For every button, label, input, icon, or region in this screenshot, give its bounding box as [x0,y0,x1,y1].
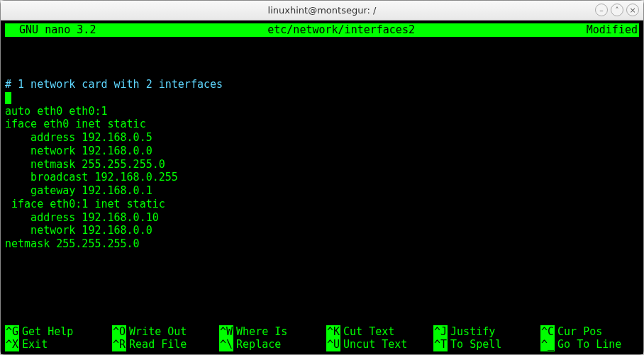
editor-line: gateway 192.168.0.1 [5,184,152,197]
editor-line: netmask 255.255.255.0 [5,237,140,250]
shortcut-label: Write Out [126,325,187,339]
terminal-content[interactable]: GNU nano 3.2 etc/network/interfaces2 Mod… [1,21,643,354]
shortcut-key: ^G [5,325,19,339]
shortcut-key: ^T [433,338,448,351]
shortcut-replace[interactable]: ^\Replace [219,338,318,351]
text-cursor [5,92,11,104]
shortcut-key: ^X [5,338,19,351]
shortcut-exit[interactable]: ^XExit [5,338,104,351]
shortcut-go-to-line[interactable]: ^_Go To Line [540,338,639,351]
shortcut-key: ^R [112,338,126,351]
shortcut-label: Where Is [233,325,287,339]
editor-line: address 192.168.0.10 [5,211,159,224]
minimize-button[interactable]: – [595,4,608,16]
window-titlebar: linuxhint@montsegur: / – ˄ × [1,1,643,21]
shortcut-key: ^C [540,325,555,339]
shortcut-key: ^U [326,338,340,351]
shortcut-label: Replace [233,338,281,351]
shortcut-key: ^W [219,325,233,339]
shortcut-where-is[interactable]: ^WWhere Is [219,325,318,339]
editor-line: address 192.168.0.5 [5,131,152,144]
editor-line: broadcast 192.168.0.255 [5,171,178,184]
shortcut-label: Cut Text [340,325,394,339]
shortcut-uncut-text[interactable]: ^UUncut Text [326,338,425,351]
shortcut-label: Exit [19,338,48,351]
shortcut-to-spell[interactable]: ^TTo Spell [433,338,532,351]
shortcut-label: Read File [126,338,187,351]
editor-line: auto eth0 eth0:1 [5,105,108,118]
shortcut-key: ^_ [540,338,555,351]
editor-comment-line: # 1 network card with 2 interfaces [5,78,223,91]
nano-app-version: GNU nano 3.2 [6,23,96,37]
shortcut-cut-text[interactable]: ^KCut Text [326,325,425,339]
editor-line: network 192.168.0.0 [5,224,152,237]
shortcut-label: Cur Pos [555,325,602,339]
terminal-window: linuxhint@montsegur: / – ˄ × GNU nano 3.… [0,0,644,355]
shortcut-label: Get Help [19,325,73,339]
shortcut-justify[interactable]: ^JJustify [433,325,532,339]
shortcut-label: Go To Line [555,338,621,351]
editor-area[interactable]: # 1 network card with 2 interfaces auto … [5,37,639,325]
editor-line: netmask 255.255.255.0 [5,158,165,171]
window-controls: – ˄ × [595,4,639,16]
window-title: linuxhint@montsegur: / [268,5,377,16]
shortcut-label: Uncut Text [340,338,407,351]
nano-shortcut-bar: ^GGet Help ^OWrite Out ^WWhere Is ^KCut … [5,325,639,354]
shortcut-key: ^\ [219,338,233,351]
shortcut-cur-pos[interactable]: ^CCur Pos [540,325,639,339]
nano-status: Modified [587,23,638,37]
shortcut-label: Justify [448,325,495,339]
shortcut-key: ^J [433,325,448,339]
nano-file-path: etc/network/interfaces2 [96,23,586,37]
nano-header: GNU nano 3.2 etc/network/interfaces2 Mod… [5,23,639,37]
editor-line: network 192.168.0.0 [5,145,152,157]
shortcut-label: To Spell [448,338,501,351]
maximize-button[interactable]: ˄ [611,4,623,16]
shortcut-read-file[interactable]: ^RRead File [112,338,211,351]
editor-line: iface eth0:1 inet static [5,198,165,210]
close-button[interactable]: × [626,4,639,16]
shortcut-get-help[interactable]: ^GGet Help [5,325,104,339]
editor-line: iface eth0 inet static [5,118,146,130]
shortcut-key: ^K [326,325,340,339]
shortcut-key: ^O [112,325,126,339]
shortcut-write-out[interactable]: ^OWrite Out [112,325,211,339]
